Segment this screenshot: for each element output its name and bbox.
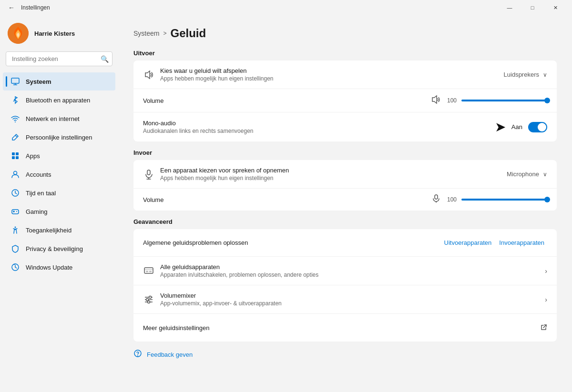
uitvoer-volume-slider[interactable]	[461, 100, 547, 101]
uitvoer-device-content: Kies waar u geluid wilt afspelen Apps he…	[160, 67, 498, 82]
invoer-device-title: Een apparaat kiezen voor spreken of opne…	[160, 167, 501, 174]
section-uitvoer-label: Uitvoer	[133, 50, 557, 57]
svg-rect-10	[16, 156, 19, 159]
sidebar-item-gaming[interactable]: Gaming	[3, 202, 115, 221]
svg-marker-19	[145, 71, 150, 79]
svg-rect-1	[11, 78, 19, 83]
feedback-row[interactable]: Feedback geven	[133, 343, 557, 365]
svg-point-5	[15, 121, 16, 122]
svg-rect-24	[435, 195, 438, 199]
svg-rect-29	[149, 271, 152, 272]
invoer-volume-slider[interactable]	[461, 199, 547, 201]
brush-icon	[10, 132, 20, 142]
svg-point-11	[14, 171, 17, 175]
alle-apparaten-row[interactable]: Alle geluidsapparaten Apparaten in/uitsc…	[133, 257, 557, 285]
sidebar-item-label: Netwerk en internet	[26, 115, 80, 122]
volumemixer-icon	[143, 294, 154, 305]
svg-point-35	[148, 301, 150, 303]
clock-icon	[10, 188, 20, 198]
nav-list: Systeem Bluetooth en apparaten Netwerk e…	[0, 70, 118, 279]
invoer-device-row[interactable]: Een apparaat kiezen voor spreken of opne…	[133, 160, 557, 189]
sidebar-item-persoonlijk[interactable]: Persoonlijke instellingen	[3, 128, 115, 146]
uitvoer-device-row[interactable]: Kies waar u geluid wilt afspelen Apps he…	[133, 60, 557, 89]
sidebar-item-privacy[interactable]: Privacy & beveiliging	[3, 240, 115, 258]
microphone-icon	[143, 169, 154, 180]
sidebar-item-update[interactable]: Windows Update	[3, 258, 115, 276]
person-icon	[10, 170, 20, 179]
alle-apparaten-title: Alle geluidsapparaten	[160, 263, 539, 271]
gaming-icon	[10, 207, 20, 216]
svg-rect-7	[12, 152, 15, 155]
sidebar-item-label: Windows Update	[26, 264, 72, 271]
sidebar-item-netwerk[interactable]: Netwerk en internet	[3, 110, 115, 128]
maximize-button[interactable]: □	[521, 0, 543, 15]
minimize-button[interactable]: —	[499, 0, 521, 15]
mono-audio-row[interactable]: Mono-audio Audiokanalen links en rechts …	[133, 112, 557, 141]
sidebar: Harrie Kisters 🔍 Systeem Bluetooth en ap…	[0, 15, 118, 392]
sidebar-item-label: Toegankelijkheid	[26, 227, 72, 234]
svg-line-6	[15, 135, 17, 137]
troubleshoot-title: Algemene geluidsproblemen oplossen	[143, 239, 436, 246]
devices-icon	[143, 265, 154, 277]
invoer-device-content: Een apparaat kiezen voor spreken of opne…	[160, 167, 501, 181]
privacy-icon	[10, 244, 20, 253]
back-button[interactable]: ←	[6, 2, 17, 13]
mono-audio-content: Mono-audio Audiokanalen links en rechts …	[143, 120, 489, 134]
search-box: 🔍	[6, 51, 112, 66]
svg-rect-26	[144, 268, 153, 273]
svg-point-33	[149, 296, 152, 298]
mono-audio-toggle[interactable]	[528, 122, 547, 132]
uitvoerapparaten-link[interactable]: Uitvoerapparaten	[441, 238, 495, 247]
sidebar-item-accounts[interactable]: Accounts	[3, 165, 115, 183]
sidebar-item-systeem[interactable]: Systeem	[3, 72, 115, 90]
svg-line-36	[543, 325, 546, 328]
breadcrumb-parent[interactable]: Systeem	[133, 30, 159, 37]
sidebar-item-label: Systeem	[26, 78, 51, 85]
invoerapparaten-link[interactable]: Invoerapparaten	[496, 238, 547, 247]
update-icon	[10, 262, 20, 272]
volumemixer-title: Volumemixer	[160, 292, 539, 299]
slider-thumb	[544, 197, 550, 202]
speaker-volume-icon	[431, 95, 440, 106]
close-button[interactable]: ✕	[544, 0, 566, 15]
speaker-icon	[143, 69, 154, 80]
sidebar-item-bluetooth[interactable]: Bluetooth en apparaten	[3, 91, 115, 109]
mono-audio-title: Mono-audio	[143, 120, 489, 127]
bluetooth-icon	[10, 95, 20, 105]
mono-audio-subtitle: Audiokanalen links en rechts samenvoegen	[143, 128, 489, 134]
sidebar-item-label: Tijd en taal	[26, 190, 56, 197]
volumemixer-subtitle: App-volumemix, app-invoer- & uitvoerappa…	[160, 300, 539, 307]
meer-instellingen-content: Meer geluidsinstellingen	[143, 324, 535, 332]
uitvoer-device-value: Luidsprekers ∨	[504, 71, 547, 78]
invoer-volume-value: 100	[445, 196, 457, 203]
volumemixer-row[interactable]: Volumemixer App-volumemix, app-invoer- &…	[133, 285, 557, 314]
wifi-icon	[10, 114, 20, 123]
feedback-link[interactable]: Feedback geven	[147, 351, 193, 358]
svg-rect-9	[12, 156, 15, 159]
svg-rect-28	[146, 271, 148, 272]
troubleshoot-content: Algemene geluidsproblemen oplossen	[143, 239, 436, 246]
page-title: Geluid	[170, 27, 206, 40]
invoer-device-value: Microphone ∨	[507, 171, 547, 178]
uitvoer-volume-label: Volume	[143, 97, 172, 104]
sidebar-item-tijd[interactable]: Tijd en taal	[3, 184, 115, 202]
meer-instellingen-row[interactable]: Meer geluidsinstellingen	[133, 314, 557, 342]
sidebar-item-label: Privacy & beveiliging	[26, 245, 83, 252]
breadcrumb-sep: >	[163, 30, 166, 37]
volumemixer-content: Volumemixer App-volumemix, app-invoer- &…	[160, 292, 539, 307]
sidebar-item-label: Gaming	[26, 208, 48, 215]
sidebar-item-toegankelijkheid[interactable]: Toegankelijkheid	[3, 221, 115, 239]
search-input[interactable]	[6, 51, 112, 66]
svg-rect-21	[147, 170, 150, 175]
svg-marker-20	[432, 96, 437, 103]
avatar	[8, 23, 29, 44]
troubleshoot-links: Uitvoerapparaten Invoerapparaten	[441, 238, 547, 247]
sidebar-item-apps[interactable]: Apps	[3, 147, 115, 165]
chevron-right-icon: ›	[545, 267, 547, 275]
sidebar-item-label: Apps	[26, 152, 40, 160]
external-link-icon	[541, 324, 547, 332]
monitor-icon	[10, 77, 20, 86]
window-controls: — □ ✕	[499, 0, 566, 15]
user-section: Harrie Kisters	[0, 15, 118, 50]
invoer-volume-row: Volume 100	[133, 189, 557, 211]
